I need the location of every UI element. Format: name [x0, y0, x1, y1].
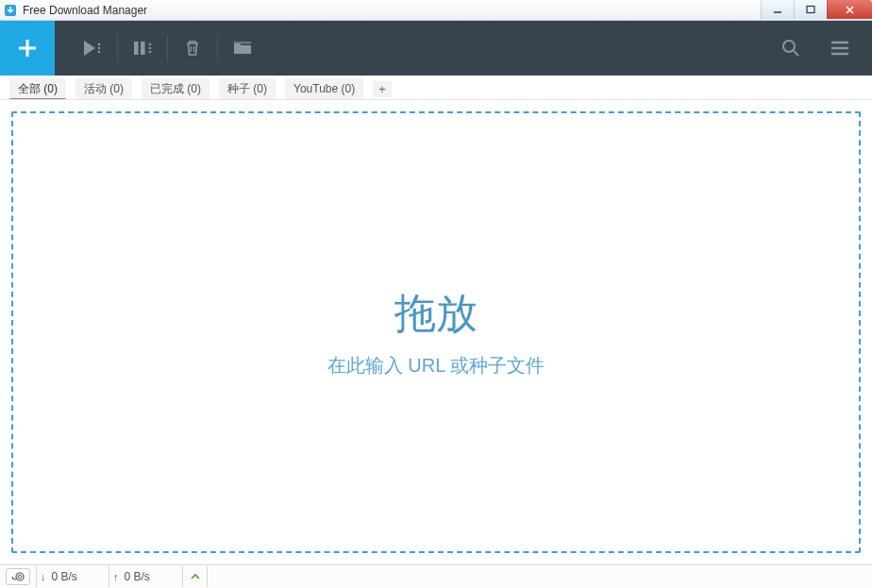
svg-point-8 — [98, 47, 101, 50]
status-bar: ↓ 0 B/s ↑ 0 B/s — [0, 564, 872, 588]
svg-point-12 — [149, 43, 152, 46]
download-speed-value: 0 B/s — [52, 570, 77, 583]
window-title: Free Download Manager — [23, 4, 147, 17]
toolbar-right — [766, 21, 872, 76]
drop-zone[interactable]: 拖放 在此输入 URL 或种子文件 — [11, 111, 861, 553]
toolbar — [0, 21, 872, 76]
drop-subtitle: 在此输入 URL 或种子文件 — [327, 353, 545, 378]
svg-point-7 — [98, 43, 101, 46]
minimize-button[interactable] — [761, 0, 794, 19]
svg-point-23 — [16, 573, 24, 580]
filter-tab-done[interactable]: 已完成 (0) — [142, 78, 210, 99]
snail-mode-button[interactable] — [6, 568, 30, 585]
svg-line-19 — [794, 51, 798, 56]
status-toggle-button[interactable] — [183, 566, 208, 587]
add-filter-button[interactable]: + — [373, 81, 392, 97]
upload-speed-value: 0 B/s — [125, 570, 150, 583]
close-button[interactable] — [827, 0, 872, 19]
down-arrow-icon: ↓ — [41, 571, 46, 582]
svg-point-13 — [149, 47, 152, 50]
menu-button[interactable] — [815, 21, 864, 76]
title-bar: Free Download Manager — [0, 0, 872, 21]
svg-rect-17 — [234, 42, 251, 44]
filter-bar: 全部 (0) 活动 (0) 已完成 (0) 种子 (0) YouTube (0)… — [0, 76, 872, 100]
playback-group — [68, 21, 267, 76]
svg-point-18 — [783, 41, 795, 52]
svg-point-14 — [149, 51, 152, 54]
svg-rect-2 — [807, 7, 814, 13]
window-controls — [761, 0, 872, 19]
upload-speed[interactable]: ↑ 0 B/s — [109, 566, 183, 587]
start-button[interactable] — [68, 21, 117, 76]
filter-tab-all[interactable]: 全部 (0) — [9, 78, 66, 99]
delete-button[interactable] — [168, 21, 217, 76]
add-download-button[interactable] — [0, 21, 55, 76]
filter-tab-youtube[interactable]: YouTube (0) — [285, 78, 363, 99]
main-area: 拖放 在此输入 URL 或种子文件 — [0, 100, 872, 564]
drop-title: 拖放 — [394, 286, 478, 342]
maximize-button[interactable] — [794, 0, 827, 19]
pause-button[interactable] — [118, 21, 167, 76]
search-button[interactable] — [766, 21, 815, 76]
filter-tab-active[interactable]: 活动 (0) — [75, 78, 132, 99]
app-icon — [4, 4, 17, 17]
up-arrow-icon: ↑ — [113, 571, 119, 582]
download-speed[interactable]: ↓ 0 B/s — [36, 566, 109, 587]
svg-rect-10 — [134, 42, 139, 55]
svg-point-9 — [98, 51, 101, 54]
filter-tab-seed[interactable]: 种子 (0) — [219, 78, 276, 99]
svg-rect-11 — [141, 42, 145, 55]
folder-button[interactable] — [218, 21, 267, 76]
svg-point-24 — [18, 575, 22, 579]
